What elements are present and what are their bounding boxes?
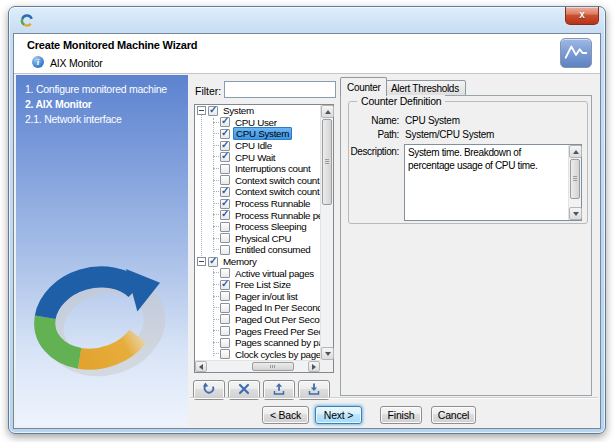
checkbox[interactable] (220, 245, 230, 255)
tree-item-label[interactable]: Process Runnable per CP (233, 210, 320, 221)
checkbox[interactable] (220, 314, 230, 324)
tree-item[interactable]: CPU System (195, 128, 320, 140)
wizard-window: x Create Monitored Machine Wizard i AIX … (8, 6, 606, 434)
checkbox[interactable] (220, 164, 230, 174)
tree-guide-stub (213, 353, 219, 354)
tree-item-label[interactable]: Context switch count per (233, 186, 320, 197)
scrollbar-thumb[interactable] (252, 362, 294, 371)
description-scrollbar[interactable] (568, 145, 581, 220)
checkbox[interactable] (220, 141, 230, 151)
checkbox[interactable] (220, 175, 230, 185)
tree-item-label[interactable]: Entitled consumed (233, 244, 313, 255)
scroll-left-button[interactable] (195, 361, 207, 372)
tab-alert-thresholds[interactable]: Alert Thresholds (384, 80, 466, 96)
tree-item-label[interactable]: Pager in/out list (233, 291, 299, 302)
next-button[interactable]: Next > (315, 406, 362, 424)
scrollbar-thumb[interactable] (570, 159, 580, 199)
tree-item-label[interactable]: Process Runnable (233, 198, 312, 209)
tree-item-label[interactable]: Physical CPU (233, 233, 293, 244)
finish-button[interactable]: Finish (380, 406, 422, 424)
tree-item-label[interactable]: Paged Out Per Second (233, 314, 320, 325)
checkbox[interactable] (220, 187, 230, 197)
scroll-down-button[interactable] (321, 347, 334, 360)
expander-minus-icon[interactable] (197, 257, 206, 266)
tree-item-label[interactable]: Clock cycles by page-repl (233, 349, 320, 360)
tree-item-label[interactable]: Active virtual pages (233, 268, 316, 279)
scroll-up-button[interactable] (321, 105, 334, 118)
tree-guide-stub (213, 214, 219, 215)
tree-item[interactable]: Process Sleeping (195, 221, 320, 233)
back-button[interactable]: < Back (262, 406, 309, 424)
app-logo-icon (19, 12, 35, 28)
checkbox[interactable] (220, 210, 230, 220)
tree-item[interactable]: Active virtual pages (195, 267, 320, 279)
tree-item-label[interactable]: Paged In Per Second (233, 302, 320, 313)
scroll-right-button[interactable] (308, 361, 320, 372)
tab-counter[interactable]: Counter (340, 77, 387, 96)
export-icon (272, 382, 286, 399)
checkbox[interactable] (220, 152, 230, 162)
counter-tree[interactable]: SystemCPU UserCPU SystemCPU IdleCPU Wait… (194, 104, 334, 373)
description-textarea[interactable]: System time. Breakdown of percentage usa… (404, 144, 582, 221)
tree-item[interactable]: CPU Wait (195, 151, 320, 163)
tree-item-label[interactable]: Context switch count (233, 175, 320, 186)
scrollbar-thumb[interactable] (322, 119, 332, 205)
scroll-up-button[interactable] (569, 145, 582, 158)
checkbox[interactable] (208, 257, 218, 267)
tree-item[interactable]: CPU Idle (195, 140, 320, 152)
tree-item[interactable]: Paged Out Per Second (195, 314, 320, 326)
tree-item[interactable]: Memory (195, 256, 320, 268)
tree-item[interactable]: Interruptions count (195, 163, 320, 175)
checkbox[interactable] (220, 129, 230, 139)
tree-horizontal-scrollbar[interactable] (195, 360, 320, 372)
tree-item[interactable]: Paged In Per Second (195, 302, 320, 314)
scroll-down-button[interactable] (569, 207, 582, 220)
tree-item-label[interactable]: Process Sleeping (233, 221, 308, 232)
checkbox[interactable] (220, 117, 230, 127)
filter-input[interactable] (224, 81, 336, 98)
wizard-step[interactable]: 2.1. Network interface (25, 112, 184, 127)
checkbox[interactable] (220, 199, 230, 209)
wizard-step[interactable]: 2. AIX Monitor (25, 97, 184, 112)
tree-item[interactable]: Pages Freed Per Second (195, 325, 320, 337)
checkbox[interactable] (220, 280, 230, 290)
expander-minus-icon[interactable] (197, 106, 206, 115)
tree-item-label[interactable]: CPU User (233, 117, 279, 128)
tree-item-label[interactable]: CPU Wait (233, 152, 277, 163)
checkbox[interactable] (220, 326, 230, 336)
checkbox[interactable] (220, 233, 230, 243)
tree-vertical-scrollbar[interactable] (320, 105, 333, 360)
tree-item[interactable]: Context switch count (195, 175, 320, 187)
checkbox[interactable] (220, 291, 230, 301)
tree-item-label[interactable]: Interruptions count (233, 163, 312, 174)
tree-item[interactable]: CPU User (195, 117, 320, 129)
tree-item-label[interactable]: Pages Freed Per Second (233, 326, 320, 337)
checkbox[interactable] (220, 222, 230, 232)
tree-item-label[interactable]: Memory (221, 256, 259, 267)
tree-item[interactable]: Context switch count per (195, 186, 320, 198)
tree-item-label[interactable]: Free List Size (233, 279, 293, 290)
tree-item[interactable]: Free List Size (195, 279, 320, 291)
checkbox[interactable] (220, 268, 230, 278)
tree-item[interactable]: Physical CPU (195, 233, 320, 245)
tree-item[interactable]: Pager in/out list (195, 291, 320, 303)
cancel-button[interactable]: Cancel (431, 406, 476, 424)
tree-guide-stub (213, 307, 219, 308)
tree-item-label[interactable]: CPU System (233, 127, 292, 140)
tree-item[interactable]: Process Runnable (195, 198, 320, 210)
step-subtitle: AIX Monitor (50, 57, 103, 69)
checkbox[interactable] (208, 106, 218, 116)
tree-guide-stub (213, 296, 219, 297)
tree-item-label[interactable]: Pages scanned by page-r (233, 337, 320, 348)
checkbox[interactable] (220, 338, 230, 348)
tree-item[interactable]: Clock cycles by page-repl (195, 348, 320, 360)
tree-item[interactable]: Process Runnable per CP (195, 209, 320, 221)
tree-item[interactable]: System (195, 105, 320, 117)
close-button[interactable]: x (565, 7, 599, 25)
titlebar[interactable]: x (9, 7, 605, 33)
checkbox[interactable] (220, 349, 230, 359)
tree-item[interactable]: Pages scanned by page-r (195, 337, 320, 349)
checkbox[interactable] (220, 303, 230, 313)
tree-item-label[interactable]: CPU Idle (233, 140, 274, 151)
wizard-step[interactable]: 1. Configure monitored machine (25, 82, 184, 97)
